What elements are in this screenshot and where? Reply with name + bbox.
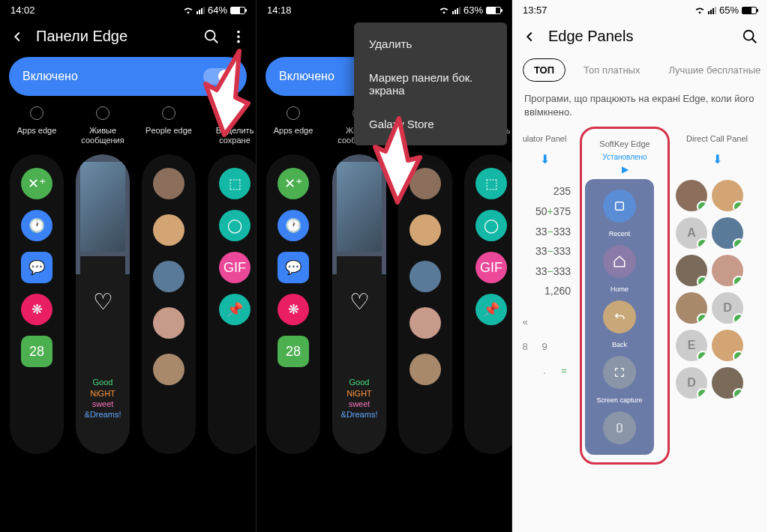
clock-icon: 🕐: [278, 210, 309, 241]
svg-point-3: [237, 40, 240, 43]
screenshot-icon: [603, 356, 636, 389]
signal-icon: [708, 7, 716, 14]
avatar: [676, 255, 707, 286]
avatar: [712, 255, 743, 286]
signal-icon: [196, 7, 205, 14]
toggle-label: Включено: [279, 70, 334, 83]
download-icon[interactable]: ⬇: [676, 148, 758, 174]
menu-handle[interactable]: Маркер панели бок. экрана: [354, 61, 507, 107]
app-icon: ✕⁺: [278, 168, 309, 199]
store-panel-softkey[interactable]: SoftKey Edge Установлено ▶ Recent Home B…: [580, 127, 670, 465]
time: 13:57: [523, 4, 548, 16]
avatar: E: [676, 330, 707, 361]
select-icon: ⬚: [219, 168, 250, 199]
avatar: [153, 168, 184, 199]
radio-icon[interactable]: [162, 106, 176, 120]
avatar: [712, 217, 743, 249]
time: 14:02: [10, 4, 35, 16]
tab-free[interactable]: Лучшие бесплатные: [658, 59, 767, 81]
gif-icon: GIF: [476, 252, 507, 283]
status-bar: 13:57 65%: [512, 0, 767, 17]
store-panel-calculator[interactable]: ulator Panel ⬇ 235 50+375 33−333 33−333 …: [515, 127, 574, 465]
radio-icon[interactable]: [96, 106, 110, 120]
tabs: ТОП Топ платных Лучшие бесплатные: [512, 52, 767, 92]
tab-paid[interactable]: Топ платных: [573, 59, 650, 81]
avatar: [712, 180, 743, 211]
svg-rect-6: [617, 424, 622, 432]
page-title: Edge Panels: [548, 28, 731, 45]
avatar: [153, 214, 184, 246]
svg-point-2: [237, 35, 240, 38]
battery-pct: 63%: [464, 4, 483, 16]
recent-icon: [603, 190, 636, 223]
toggle-label: Включено: [22, 70, 78, 83]
wifi-icon: [183, 5, 194, 16]
avatar: [153, 307, 184, 339]
panel-list: Apps edge ✕⁺ 🕐 💬 ❋ 28 Живые сообщения ♡ …: [0, 106, 256, 454]
gif-icon: GIF: [219, 252, 250, 283]
oval-icon: ◯: [219, 210, 250, 241]
heart-icon: ♡: [337, 256, 382, 346]
panel-thumb: ✕⁺ 🕐 💬 ❋ 28: [10, 154, 64, 454]
tab-top[interactable]: ТОП: [523, 58, 566, 82]
radio-icon[interactable]: [30, 106, 44, 120]
page-title: Панели Edge: [36, 28, 193, 45]
panel-apps-edge[interactable]: Apps edge ✕⁺ 🕐 💬 ❋ 28: [6, 106, 68, 454]
avatar: [712, 367, 743, 399]
time: 14:18: [267, 4, 292, 16]
battery-icon: [486, 7, 501, 14]
panel-select-save[interactable]: Выделить сохране ⬚ ◯ GIF 📌: [204, 106, 256, 454]
avatar: [676, 180, 707, 211]
back-icon: [603, 300, 636, 333]
call-badge-icon: [697, 201, 707, 211]
app-icon: ✕⁺: [21, 168, 52, 199]
battery-icon: [742, 7, 757, 14]
status-bar: 14:02 64%: [0, 0, 256, 17]
panel-apps-edge[interactable]: Apps edge ✕⁺ 🕐 💬 ❋ 28: [262, 106, 324, 454]
calendar-icon: 28: [278, 336, 309, 367]
download-icon[interactable]: ⬇: [515, 148, 574, 174]
gallery-icon: ❋: [21, 294, 52, 325]
avatar: [410, 354, 441, 385]
back-icon[interactable]: [9, 28, 26, 45]
wifi-icon: [439, 5, 449, 16]
pointer-arrow: [194, 45, 254, 142]
back-icon[interactable]: [521, 28, 538, 45]
screen-3-edge-panels-store: 13:57 65% Edge Panels ТОП Топ платных Лу…: [512, 0, 767, 532]
messages-icon: 💬: [21, 252, 52, 283]
search-icon[interactable]: [742, 28, 758, 45]
panel-thumb: ⬚ ◯ GIF 📌: [208, 154, 256, 454]
device-icon: [603, 411, 636, 444]
panel-thumb: [142, 154, 196, 454]
store-panel-list: ulator Panel ⬇ 235 50+375 33−333 33−333 …: [512, 127, 767, 465]
oval-icon: ◯: [476, 210, 507, 241]
more-icon[interactable]: [230, 28, 247, 45]
avatar: [676, 292, 707, 324]
status-bar: 14:18 63%: [256, 0, 512, 17]
clock-icon: 🕐: [21, 210, 52, 241]
menu-delete[interactable]: Удалить: [354, 27, 507, 61]
radio-icon[interactable]: [286, 106, 300, 120]
svg-point-0: [206, 30, 215, 40]
avatar: D: [712, 292, 743, 324]
panel-select-save[interactable]: Выделить сохране ⬚ ◯ GIF 📌: [460, 106, 512, 454]
search-icon[interactable]: [203, 28, 220, 45]
panel-people-edge[interactable]: People edge: [138, 106, 200, 454]
goodnight-text: GoodNiGHTsweet&Dreams!: [337, 351, 382, 447]
softkey-preview: Recent Home Back Screen capture: [585, 179, 654, 455]
store-panel-direct-call[interactable]: Direct Call Panel ⬇ A D E D: [676, 127, 758, 465]
avatar: [410, 307, 441, 339]
pin-icon: 📌: [219, 294, 250, 325]
avatar: [410, 261, 441, 292]
calc-preview: 235 50+375 33−333 33−333 33−333 1,260 « …: [515, 174, 574, 388]
photo-preview: [80, 162, 125, 252]
svg-point-1: [237, 30, 240, 33]
avatar: A: [676, 217, 707, 249]
battery-pct: 65%: [719, 4, 739, 16]
panel-live-messages[interactable]: Живые сообщения ♡ GoodNiGHTsweet&Dreams!: [72, 106, 134, 454]
description: Програми, що працюють на екрані Edge, ко…: [512, 92, 767, 127]
play-icon[interactable]: ▶: [585, 164, 664, 175]
avatar: [410, 214, 441, 246]
avatar: [712, 330, 743, 361]
svg-rect-5: [616, 202, 624, 211]
